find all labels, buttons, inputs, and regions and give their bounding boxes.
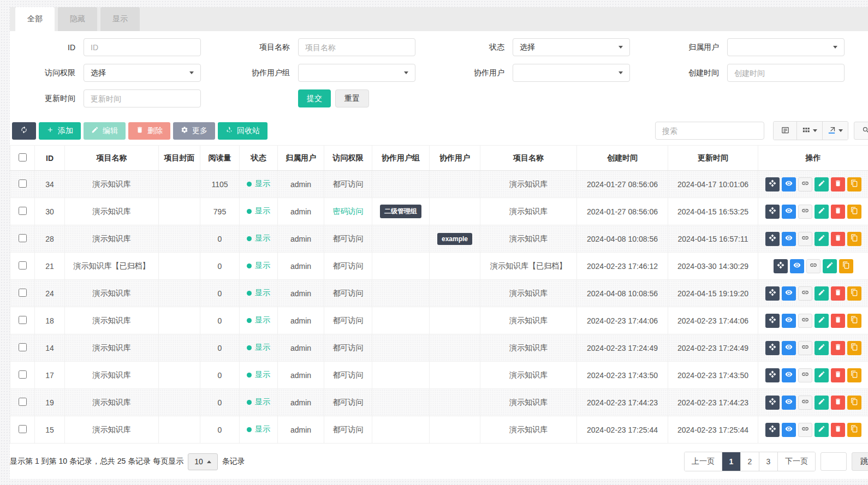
row-edit-button[interactable] [815, 286, 829, 301]
tab-hidden[interactable]: 隐藏 [58, 7, 97, 31]
row-copy-button[interactable] [847, 341, 861, 355]
row-edit-button[interactable] [815, 368, 829, 382]
access-filter-select[interactable]: 选择 [84, 64, 201, 82]
recycle-bin-button[interactable]: 回收站 [218, 122, 267, 140]
row-edit-button[interactable] [815, 396, 829, 410]
row-move-button[interactable] [765, 314, 780, 328]
row-view-button[interactable] [782, 396, 796, 410]
row-move-button[interactable] [765, 396, 780, 410]
row-link-button[interactable] [798, 286, 812, 301]
add-button[interactable]: 添加 [39, 122, 81, 140]
row-copy-button[interactable] [847, 177, 861, 191]
created-filter-input[interactable] [727, 64, 845, 82]
refresh-button[interactable] [12, 122, 36, 140]
row-checkbox[interactable] [19, 316, 27, 324]
more-button[interactable]: 更多 [173, 122, 215, 140]
row-copy-button[interactable] [847, 232, 861, 246]
row-checkbox[interactable] [19, 425, 27, 433]
row-move-button[interactable] [765, 423, 780, 437]
row-view-button[interactable] [782, 177, 796, 191]
group-filter-select[interactable] [298, 64, 415, 82]
next-page-button[interactable]: 下一页 [777, 452, 815, 471]
detail-view-button[interactable] [774, 122, 796, 140]
row-move-button[interactable] [765, 341, 780, 355]
export-button[interactable] [822, 122, 848, 140]
row-delete-button[interactable] [831, 396, 845, 410]
row-delete-button[interactable] [831, 177, 845, 191]
row-edit-button[interactable] [815, 205, 829, 219]
row-checkbox[interactable] [19, 261, 27, 270]
search-toggle-button[interactable] [854, 122, 868, 140]
row-edit-button[interactable] [815, 314, 829, 328]
row-move-button[interactable] [774, 259, 788, 273]
row-delete-button[interactable] [831, 286, 845, 301]
row-link-button[interactable] [798, 314, 812, 328]
row-copy-button[interactable] [847, 314, 861, 328]
row-edit-button[interactable] [815, 341, 829, 355]
row-link-button[interactable] [798, 232, 812, 246]
row-delete-button[interactable] [831, 423, 845, 437]
page-button-3[interactable]: 3 [759, 452, 777, 471]
row-copy-button[interactable] [847, 286, 861, 301]
row-view-button[interactable] [782, 368, 796, 382]
row-checkbox[interactable] [19, 289, 27, 297]
row-view-button[interactable] [790, 259, 804, 273]
row-view-button[interactable] [782, 286, 796, 301]
reset-button[interactable]: 重置 [335, 89, 369, 107]
row-move-button[interactable] [765, 368, 780, 382]
row-checkbox[interactable] [19, 234, 27, 242]
row-checkbox[interactable] [19, 370, 27, 379]
row-move-button[interactable] [765, 286, 780, 301]
row-delete-button[interactable] [831, 205, 845, 219]
select-all-checkbox[interactable] [19, 153, 27, 161]
row-move-button[interactable] [765, 177, 780, 191]
collab-user-filter-select[interactable] [513, 64, 630, 82]
row-edit-button[interactable] [815, 423, 829, 437]
edit-button[interactable]: 编辑 [84, 122, 126, 140]
row-checkbox[interactable] [19, 179, 27, 188]
row-view-button[interactable] [782, 341, 796, 355]
row-view-button[interactable] [782, 232, 796, 246]
row-link-button[interactable] [798, 368, 812, 382]
project-name-filter-input[interactable] [298, 38, 415, 56]
page-size-select[interactable]: 10 [188, 453, 218, 470]
row-delete-button[interactable] [831, 341, 845, 355]
row-view-button[interactable] [782, 314, 796, 328]
row-delete-button[interactable] [831, 232, 845, 246]
row-link-button[interactable] [798, 396, 812, 410]
jump-page-input[interactable] [821, 452, 847, 471]
row-move-button[interactable] [765, 232, 780, 246]
row-link-button[interactable] [798, 341, 812, 355]
submit-button[interactable]: 提交 [298, 89, 331, 107]
page-button-1[interactable]: 1 [722, 452, 740, 471]
tab-visible[interactable]: 显示 [100, 7, 140, 31]
row-copy-button[interactable] [847, 368, 861, 382]
row-link-button[interactable] [798, 423, 812, 437]
delete-button[interactable]: 删除 [128, 122, 170, 140]
tab-all[interactable]: 全部 [15, 7, 55, 31]
updated-filter-input[interactable] [84, 89, 201, 107]
row-delete-button[interactable] [831, 314, 845, 328]
row-delete-button[interactable] [831, 368, 845, 382]
row-copy-button[interactable] [839, 259, 853, 273]
row-copy-button[interactable] [847, 396, 861, 410]
row-checkbox[interactable] [19, 343, 27, 351]
row-link-button[interactable] [798, 177, 812, 191]
row-link-button[interactable] [806, 259, 821, 273]
page-button-2[interactable]: 2 [740, 452, 759, 471]
row-link-button[interactable] [798, 205, 812, 219]
prev-page-button[interactable]: 上一页 [685, 452, 722, 471]
row-move-button[interactable] [765, 205, 780, 219]
jump-button[interactable]: 跳转 [852, 452, 868, 471]
status-filter-select[interactable]: 选择 [513, 38, 630, 56]
search-input[interactable] [655, 122, 764, 140]
row-copy-button[interactable] [847, 423, 861, 437]
id-filter-input[interactable] [84, 38, 201, 56]
row-edit-button[interactable] [815, 177, 829, 191]
row-checkbox[interactable] [19, 398, 27, 406]
row-edit-button[interactable] [815, 232, 829, 246]
row-view-button[interactable] [782, 205, 796, 219]
row-edit-button[interactable] [823, 259, 837, 273]
columns-button[interactable] [796, 122, 822, 140]
row-checkbox[interactable] [19, 207, 27, 215]
